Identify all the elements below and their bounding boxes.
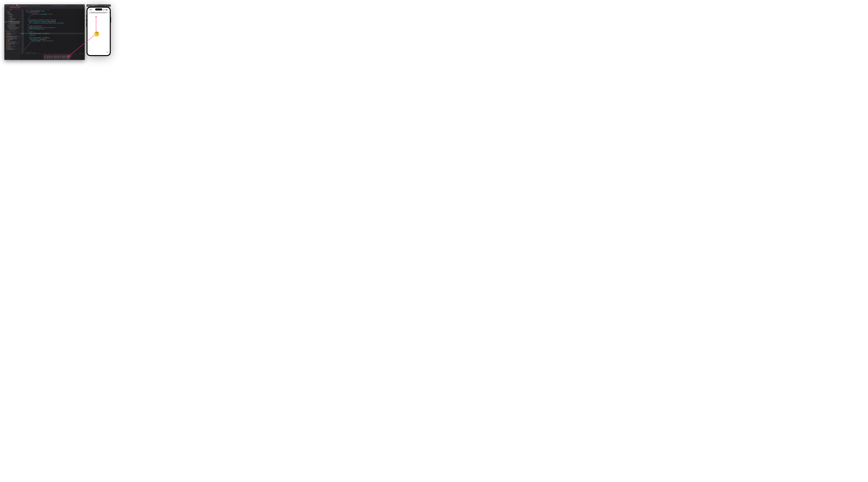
dest-device[interactable]: iPhone 15 Pro: [35, 5, 41, 6]
screenshot-icon[interactable]: [107, 5, 108, 6]
xcode-toolbar: ▥ ◼ ▶ Notes #1 • Add "Notes for iOS" sam…: [4, 4, 85, 7]
wifi-icon: [104, 9, 105, 10]
run-button[interactable]: ▶: [14, 5, 15, 6]
test-navigator-icon[interactable]: ◇: [14, 9, 15, 10]
filter-icon[interactable]: ⌕: [6, 59, 7, 59]
step-into-icon[interactable]: ↓: [25, 53, 25, 53]
nav-fwd-icon[interactable]: 〉: [8, 7, 8, 8]
source-control-navigator-icon[interactable]: ⎇: [7, 9, 8, 10]
search-field[interactable]: Firestone documents in Swift?: [89, 11, 108, 14]
warnings-badge[interactable]: ⚠ 2: [78, 5, 80, 6]
source-editor: ◧ Notes〉 ▬ Notes〉 ▬ Screens〉 ◆ NotesList…: [21, 9, 85, 60]
debug-navigator-icon[interactable]: ⎋: [16, 9, 16, 10]
activity-viewer[interactable]: Notes 〉 iPhone 15 Pro Running Notes on i…: [31, 5, 81, 6]
toggle-navigator-icon[interactable]: ▥: [10, 5, 11, 6]
add-target-button[interactable]: ＋: [5, 59, 6, 60]
bookmarks-navigator-icon[interactable]: 🔖: [9, 9, 10, 10]
window-zoom[interactable]: [90, 5, 91, 6]
window-close[interactable]: [87, 5, 88, 6]
debug-memory-icon[interactable]: ◐: [28, 53, 29, 54]
tree-file[interactable]: ◆NoteEditScreen.swift: [4, 23, 21, 24]
battery-icon: [106, 9, 108, 10]
simulator-titlebar: iPhone 15 Pro iOS 17.4: [87, 4, 111, 7]
jump-bar[interactable]: ◧ Notes〉 ▬ Notes〉 ▬ Screens〉 ◆ NotesList…: [21, 9, 85, 11]
package-item[interactable]: ›▦SwiftProtobuf1.26.0: [4, 49, 21, 50]
package-deps-header: Package Dependencies: [4, 30, 21, 31]
split-editor-icon[interactable]: ▯▯: [83, 7, 84, 8]
editor-tab[interactable]: ◆ NotesListScreen.swift: [9, 7, 21, 9]
editor-options-icon[interactable]: ≡: [81, 7, 81, 8]
add-button[interactable]: ＋: [81, 5, 83, 6]
navigator-filter-input[interactable]: [7, 59, 19, 60]
tree-folder[interactable]: ›▬ViewModifiers: [4, 18, 21, 20]
toggle-debug-area-icon[interactable]: ▭: [83, 53, 84, 54]
dest-project[interactable]: Notes: [32, 5, 34, 6]
library-button[interactable]: ▦: [83, 5, 84, 6]
console-line: The function was called with an invalid …: [43, 58, 85, 59]
window-minimize[interactable]: [6, 5, 7, 6]
pause-icon[interactable]: ‖: [22, 53, 23, 54]
debug-area: ◆ ‖ ↷ ↓ ↑ ▦ ◐ ⛶ ➤ | ◧ Notes 1 character …: [21, 53, 85, 60]
project-navigator-icon[interactable]: ▣: [5, 9, 6, 10]
package-item[interactable]: ›▦nanopb2.30910.0: [4, 46, 21, 47]
navigator-pane: ▣ ⎇ 🔖 🔍 ⚠ ◇ ⎋ ◂ ▤ ⌄◧Notes ⌄▬Notes ›▬Serv…: [4, 9, 21, 60]
scheme-selector[interactable]: Notes #1 • Add "Notes for iOS" sample ap…: [16, 5, 30, 6]
related-items-icon[interactable]: ▤: [5, 7, 6, 8]
cancel-button[interactable]: Cancel: [108, 12, 110, 13]
source-code[interactable]: extension NotesListScreen: View { var bo…: [24, 10, 85, 53]
step-out-icon[interactable]: ↑: [26, 53, 26, 53]
toggle-breakpoints-icon[interactable]: ◆: [21, 53, 22, 54]
window-traffic-lights[interactable]: [5, 5, 8, 6]
svg-rect-9: [107, 10, 108, 10]
simulator-os-subtitle: iOS 17.4: [92, 6, 98, 6]
window-zoom[interactable]: [8, 5, 9, 6]
console-line: The function was called with an invalid …: [43, 54, 85, 55]
search-text: Firestone documents in Swift?: [91, 12, 105, 13]
navigator-filter-bar: ＋ ⌕ ◔ ▭: [4, 58, 21, 60]
svg-rect-6: [104, 9, 104, 10]
stop-button[interactable]: ◼: [12, 5, 13, 6]
breakpoint-navigator-icon[interactable]: ◂: [17, 9, 18, 10]
package-item[interactable]: ›▦GTMSessionFetcher3.4.1: [4, 41, 21, 43]
variables-view[interactable]: [21, 54, 43, 60]
home-icon[interactable]: [105, 5, 106, 6]
xcode-window: ▥ ◼ ▶ Notes #1 • Add "Notes for iOS" sam…: [4, 4, 85, 60]
window-traffic-lights[interactable]: [87, 5, 91, 6]
window-close[interactable]: [5, 5, 6, 6]
step-over-icon[interactable]: ↷: [24, 53, 24, 54]
debug-target[interactable]: Notes: [34, 53, 36, 53]
adjust-editor-icon[interactable]: ▭: [82, 7, 83, 8]
magnifying-glass-icon: [89, 12, 90, 13]
tab-title: NotesListScreen.swift: [11, 7, 20, 8]
activity-text: Running Notes on iPhone 15 Pro: [41, 5, 78, 6]
simulate-location-icon[interactable]: ➤: [31, 53, 32, 54]
external-display-icon[interactable]: [108, 5, 110, 6]
issue-navigator-icon[interactable]: ⚠: [12, 9, 13, 10]
side-button[interactable]: [111, 17, 111, 23]
debug-footer: Auto⌵ ⌕ 👁 ▤ ⌕ 🗑 ▯: [21, 60, 85, 60]
compose-button[interactable]: [106, 52, 108, 53]
svg-point-10: [89, 12, 90, 12]
window-minimize[interactable]: [89, 5, 90, 6]
navigator-selector[interactable]: ▣ ⎇ 🔖 🔍 ⚠ ◇ ⎋ ◂ ▤: [4, 9, 21, 11]
project-tree[interactable]: ⌄◧Notes ⌄▬Notes ›▬Services ›▬Model ›▬Vie…: [4, 11, 21, 58]
environment-overrides-icon[interactable]: ⛶: [30, 53, 31, 53]
thinking-emoji: 🤔: [94, 32, 99, 36]
package-item[interactable]: ›▦GoogleAppMeasurement10.24.0: [4, 36, 21, 37]
console-line-highlighted: The function was called with an invalid …: [44, 55, 71, 57]
report-navigator-icon[interactable]: ▤: [19, 9, 19, 10]
debug-view-hierarchy-icon[interactable]: ▦: [27, 53, 28, 54]
recent-filter-icon[interactable]: ◔: [19, 59, 20, 60]
svg-rect-5: [103, 9, 104, 10]
clear-search-icon[interactable]: [106, 12, 107, 13]
nav-back-icon[interactable]: 〈: [6, 7, 7, 8]
console-output[interactable]: The function was called with an invalid …: [43, 54, 85, 60]
debug-status: 1 character: [78, 53, 83, 53]
swift-icon: ◆: [10, 7, 11, 8]
find-navigator-icon[interactable]: 🔍: [11, 9, 12, 10]
cellular-icon: [103, 9, 104, 10]
package-item[interactable]: ›▦GoogleDataTransport9.4.0: [4, 37, 21, 39]
tab-bar: ▤ 〈 〉 ◆ NotesListScreen.swift ≡ ▭ ▯▯: [4, 7, 85, 9]
svg-rect-0: [107, 5, 108, 6]
line-gutter[interactable]: 3536373839404142434445464748495051525354…: [21, 10, 24, 53]
